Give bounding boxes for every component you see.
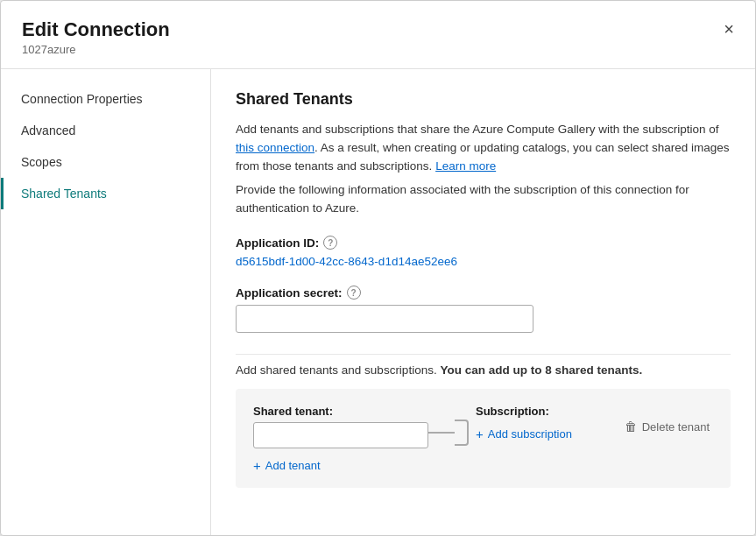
app-id-label: Application ID: ? [236,236,731,250]
sidebar-item-advanced[interactable]: Advanced [1,115,210,146]
sidebar-item-shared-tenants[interactable]: Shared Tenants [1,178,210,209]
sidebar-item-scopes[interactable]: Scopes [1,146,210,178]
connector [428,420,469,446]
subscription-label: Subscription: [476,405,572,418]
add-subscription-button[interactable]: + Add subscription [476,424,572,444]
delete-tenant-button[interactable]: 🗑 Delete tenant [621,420,713,434]
sidebar-label-scopes: Scopes [21,155,62,169]
app-secret-label: Application secret: ? [236,286,731,300]
add-tenant-plus-icon: + [253,459,261,472]
connector-bracket [455,420,469,446]
shared-tenants-section: Add shared tenants and subscriptions. Yo… [236,354,731,488]
shared-desc-bold: You can add up to 8 shared tenants. [440,363,642,377]
add-tenant-label: Add tenant [265,459,321,472]
desc-part1: Add tenants and subscriptions that share… [236,123,719,136]
close-button[interactable]: × [724,20,734,38]
modal-header: Edit Connection 1027azure × [1,1,755,69]
app-secret-input[interactable] [236,305,533,333]
subscription-block: Subscription: + Add subscription [476,405,572,444]
modal-subtitle: 1027azure [22,43,170,56]
add-tenant-button[interactable]: + Add tenant [253,459,321,472]
edit-connection-modal: Edit Connection 1027azure × Connection P… [0,0,756,536]
close-icon: × [724,19,734,39]
sidebar-label-advanced: Advanced [21,123,75,138]
desc-part3: Provide the following information associ… [236,183,689,215]
sidebar-item-connection-properties[interactable]: Connection Properties [1,83,210,115]
tenant-block: Shared tenant: + Add tenant [253,405,428,472]
delete-tenant-label: Delete tenant [642,420,710,434]
main-content: Shared Tenants Add tenants and subscript… [211,69,755,535]
add-tenant-row: + Add tenant [253,459,428,472]
tenant-subscription-area: Shared tenant: + Add tenant [236,389,731,488]
app-secret-section: Application secret: ? [236,286,731,333]
description-text: Add tenants and subscriptions that share… [236,121,731,176]
modal-title: Edit Connection [22,18,170,41]
app-id-value: d5615bdf-1d00-42cc-8643-d1d14ae52ee6 [236,255,731,268]
app-id-section: Application ID: ? d5615bdf-1d00-42cc-864… [236,236,731,268]
connector-line [428,432,455,434]
shared-desc: Add shared tenants and subscriptions. Yo… [236,363,731,377]
tenant-input[interactable] [253,422,428,448]
learn-more-link[interactable]: Learn more [435,159,496,173]
app-id-help-icon[interactable]: ? [323,236,337,250]
this-connection-link[interactable]: this connection [236,141,314,154]
sidebar: Connection Properties Advanced Scopes Sh… [1,69,211,535]
sidebar-label-connection-properties: Connection Properties [21,92,143,106]
section-title: Shared Tenants [236,90,731,109]
modal-title-block: Edit Connection 1027azure [22,18,170,56]
trash-icon: 🗑 [625,420,637,434]
add-subscription-plus-icon: + [476,427,484,441]
tenant-label: Shared tenant: [253,405,428,418]
description-text-2: Provide the following information associ… [236,181,731,218]
app-secret-help-icon[interactable]: ? [347,286,361,300]
modal-body: Connection Properties Advanced Scopes Sh… [1,69,755,535]
add-subscription-label: Add subscription [488,427,572,441]
tenant-row: Shared tenant: + Add tenant [253,405,713,472]
sidebar-label-shared-tenants: Shared Tenants [21,187,107,201]
